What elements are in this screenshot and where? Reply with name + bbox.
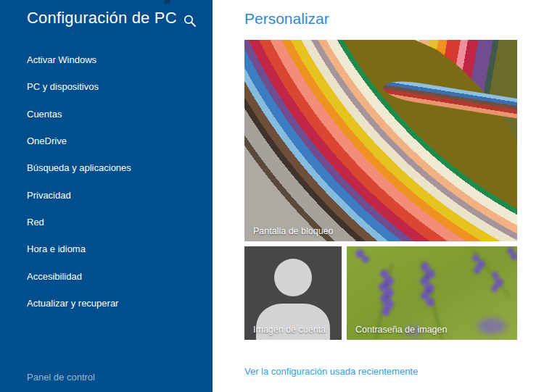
pc-settings-window: Configuración de PC Activar Windows PC y… [0,0,544,392]
sidebar-item-actualizar-recuperar[interactable]: Actualizar y recuperar [0,290,213,317]
tile-label: Imagen de cuenta [253,325,326,335]
sidebar-item-onedrive[interactable]: OneDrive [0,128,213,154]
sidebar-item-activar-windows[interactable]: Activar Windows [0,46,213,73]
sidebar-item-busqueda-aplicaciones[interactable]: Búsqueda y aplicaciones [0,154,213,181]
control-panel-link[interactable]: Panel de control [27,372,95,383]
sidebar-nav: Activar Windows PC y dispositivos Cuenta… [0,46,213,317]
sidebar-item-accesibilidad[interactable]: Accesibilidad [0,262,213,289]
lock-screen-tile[interactable]: Pantalla de bloqueo [244,40,517,241]
section-title: Personalizar [244,10,329,28]
recent-settings-link[interactable]: Ver la configuración usada recientemente [244,366,418,377]
search-button[interactable] [183,14,197,28]
sidebar-item-privacidad[interactable]: Privacidad [0,181,213,208]
picture-password-tile[interactable]: Contraseña de imagen [347,246,517,340]
main-content: Personalizar Pantalla de bloqueo Imagen … [213,0,544,392]
sidebar-item-pc-y-dispositivos[interactable]: PC y dispositivos [0,73,213,100]
sidebar-item-red[interactable]: Red [0,209,213,235]
account-picture-tile[interactable]: Imagen de cuenta [244,246,342,340]
top-edge-notch [165,0,170,4]
sidebar-item-cuentas[interactable]: Cuentas [0,101,213,128]
tile-label: Contraseña de imagen [355,325,447,335]
tile-label: Pantalla de bloqueo [253,226,334,236]
sidebar-item-hora-e-idioma[interactable]: Hora e idioma [0,235,213,262]
sidebar: Configuración de PC Activar Windows PC y… [0,0,213,392]
page-title: Configuración de PC [27,9,177,28]
search-icon [183,20,197,30]
